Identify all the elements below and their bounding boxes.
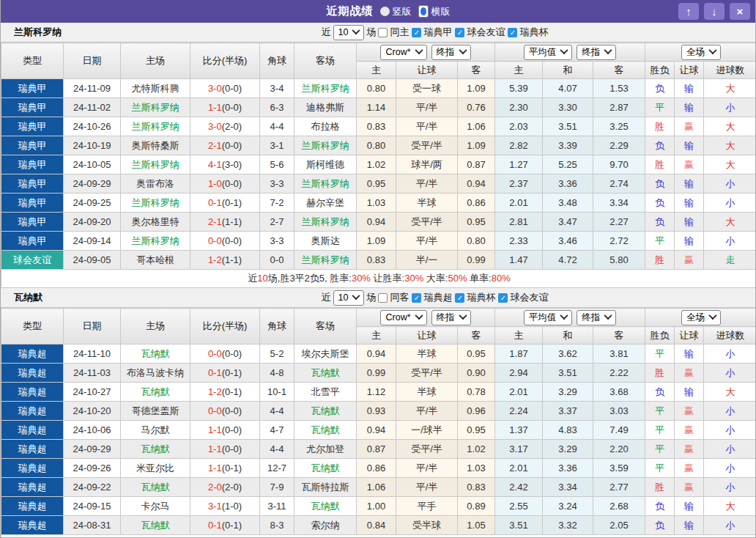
league-type-cell: 瑞典超 — [1, 364, 64, 383]
half-time-score: (0-0) — [222, 443, 242, 454]
match-row: 瑞典超24-09-26米亚尔比1-1(0-1)12-7瓦纳默0.86平/半1.0… — [1, 459, 756, 478]
goals-result-cell: 大 — [704, 155, 756, 174]
league-checkbox[interactable]: ✓ — [455, 28, 464, 37]
match-row: 瑞典甲24-11-09尤特斯科腾3-0(0-0)3-4兰斯科罗纳0.80受一球1… — [1, 79, 756, 98]
avg-home-cell: 1.47 — [495, 251, 543, 270]
full-time-score: 3-0 — [208, 121, 222, 132]
summary-text: 让胜率: — [371, 273, 404, 284]
final-odds-select[interactable]: 终指 — [577, 45, 616, 60]
handicap-result-cell: 输 — [675, 194, 704, 213]
header-select-cell: Crow*终指 — [357, 309, 495, 327]
odds-home-cell: 1.09 — [357, 232, 396, 251]
result-cell: 平 — [645, 402, 675, 421]
date-cell: 24-10-27 — [64, 383, 121, 402]
home-team-cell: 兰斯科罗纳 — [121, 194, 190, 213]
average-select[interactable]: 平均值 — [524, 45, 573, 60]
league-checkbox-label: 球会友谊 — [467, 26, 505, 39]
avg-away-cell: 2.22 — [593, 364, 645, 383]
match-row: 瑞典超24-11-10瓦纳默0-0(0-0)5-2埃尔夫斯堡0.94半球0.95… — [1, 344, 756, 364]
full-match-select[interactable]: 全场 — [681, 45, 721, 60]
panel-title: 近期战绩 — [327, 4, 374, 18]
odds-home-cell: 1.03 — [357, 194, 396, 213]
half-time-score: (1-1) — [222, 216, 242, 227]
layout-option-horizontal[interactable]: 横版 — [418, 5, 451, 18]
header-select-cell: 平均值终指 — [495, 309, 645, 327]
half-time-score: (0-1) — [222, 367, 242, 378]
horizontal-radio-icon[interactable] — [418, 5, 429, 18]
summary-text: 单率: — [467, 273, 491, 284]
match-row: 瑞典甲24-09-14兰斯科罗纳0-0(0-0)3-3奥斯达1.09平/半0.8… — [1, 232, 756, 251]
result-cell: 平 — [645, 459, 675, 478]
table-control-row: 兰斯科罗纳近10场同主✓瑞典甲✓球会友谊✓瑞典杯 — [1, 23, 755, 43]
league-type-cell: 瑞典甲 — [1, 194, 64, 213]
league-checkbox[interactable]: ✓ — [508, 28, 517, 37]
date-cell: 24-09-05 — [64, 251, 121, 270]
handicap-cell: 受一球 — [396, 79, 458, 98]
handicap-cell: 受平/半 — [396, 440, 458, 459]
league-checkbox[interactable]: ✓ — [498, 293, 508, 303]
match-row: 瑞典超24-10-27瓦纳默1-2(0-1)10-1北雪平1.12半球0.782… — [1, 383, 756, 402]
league-type-cell: 瑞典超 — [1, 344, 64, 364]
full-match-select[interactable]: 全场 — [681, 310, 721, 325]
handicap-result-cell: 赢 — [675, 364, 704, 383]
odds-source-select[interactable]: Crow* — [380, 310, 426, 325]
sub-column-header: 进球数 — [704, 62, 756, 79]
match-row: 瑞典甲24-11-02兰斯科罗纳1-1(0-0)6-3迪格弗斯1.14平/半0.… — [1, 98, 756, 117]
result-cell: 平 — [645, 232, 675, 251]
match-row: 瑞典超24-09-22瓦纳默2-0(2-0)7-9瓦斯特拉斯1.06平/半0.8… — [1, 478, 756, 497]
corner-cell: 6-3 — [260, 98, 294, 117]
same-venue-checkbox[interactable] — [378, 293, 388, 303]
close-button[interactable]: × — [730, 3, 750, 20]
avg-away-cell: 3.25 — [593, 117, 645, 136]
avg-draw-cell: 3.51 — [543, 117, 593, 136]
avg-draw-cell: 3.47 — [543, 213, 593, 232]
half-time-score: (0-0) — [222, 405, 242, 416]
sub-column-header: 胜负 — [645, 62, 675, 79]
final-odds-select[interactable]: 终指 — [431, 45, 471, 60]
handicap-result-cell: 输 — [675, 79, 704, 98]
corner-cell: 8-3 — [260, 516, 294, 535]
home-team-cell: 兰斯科罗纳 — [121, 98, 190, 117]
half-time-score: (0-1) — [222, 520, 242, 531]
average-select[interactable]: 平均值 — [524, 310, 573, 325]
date-cell: 24-09-15 — [64, 497, 121, 516]
avg-home-cell: 2.03 — [495, 117, 543, 136]
games-label: 场 — [366, 291, 376, 304]
league-checkbox[interactable]: ✓ — [455, 293, 464, 303]
avg-home-cell: 2.33 — [495, 232, 543, 251]
sub-column-header: 主 — [495, 327, 543, 344]
result-cell: 平 — [645, 440, 675, 459]
goals-result-cell: 小 — [704, 421, 756, 440]
full-time-score: 1-1 — [208, 463, 222, 473]
handicap-cell: 平/半 — [396, 402, 458, 421]
half-time-score: (1-0) — [222, 501, 242, 512]
scroll-down-button[interactable]: ↓ — [704, 3, 724, 20]
league-checkbox[interactable]: ✓ — [412, 293, 421, 303]
scroll-up-button[interactable]: ↑ — [678, 3, 699, 20]
final-odds-select[interactable]: 终指 — [431, 310, 471, 325]
league-checkbox[interactable]: ✓ — [412, 28, 421, 37]
league-type-cell: 瑞典超 — [1, 440, 64, 459]
recent-count-select[interactable]: 10 — [333, 25, 365, 40]
odds-home-cell: 0.80 — [357, 79, 396, 98]
date-cell: 24-09-25 — [64, 194, 121, 213]
column-header: 类型 — [1, 43, 64, 79]
vertical-radio-icon[interactable] — [380, 7, 390, 16]
home-team-cell: 奥尔格里特 — [121, 213, 190, 232]
select-value: 终指 — [582, 312, 600, 324]
league-type-cell: 瑞典甲 — [1, 155, 64, 174]
recent-count-select[interactable]: 10 — [333, 290, 365, 306]
league-checkbox-label: 瑞典杯 — [519, 26, 548, 39]
same-venue-checkbox[interactable] — [378, 28, 388, 37]
final-odds-select[interactable]: 终指 — [577, 310, 616, 325]
match-row: 瑞典甲24-09-29奥雷布洛1-0(0-0)3-3兰斯科罗纳0.95平/半0.… — [1, 174, 756, 194]
avg-draw-cell: 3.32 — [543, 516, 593, 535]
handicap-result-cell: 赢 — [675, 117, 704, 136]
league-type-cell: 瑞典甲 — [1, 79, 64, 98]
layout-option-vertical[interactable]: 竖版 — [380, 5, 412, 18]
odds-source-select[interactable]: Crow* — [380, 45, 426, 60]
date-cell: 24-11-09 — [64, 79, 121, 98]
column-header: 客场 — [294, 43, 357, 79]
select-value: 10 — [338, 292, 349, 303]
league-type-cell: 瑞典超 — [1, 402, 64, 421]
